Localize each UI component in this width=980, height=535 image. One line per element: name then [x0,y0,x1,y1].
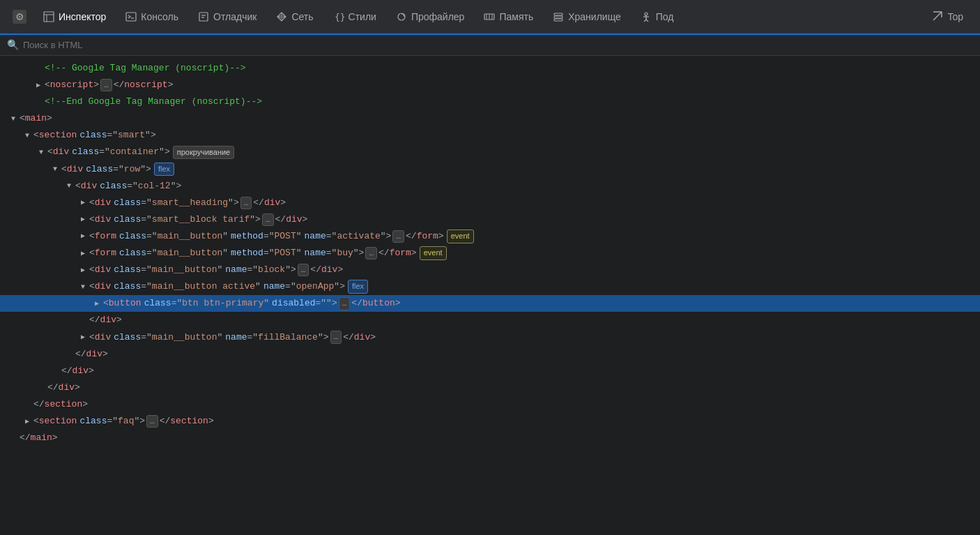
html-line: ▼ <div class="container" > прокручивание [0,144,980,160]
svg-rect-19 [554,19,562,21]
tab-inspector[interactable]: Инспектор [33,0,116,35]
tab-storage-label: Хранилище [568,11,621,22]
tab-accessibility-label: Под [656,11,674,22]
html-line: </section> [0,396,980,413]
badge-flex: flex [154,163,174,176]
badge-event: event [447,229,474,243]
tab-styles[interactable]: {} Стили [323,0,386,35]
svg-text:⚙: ⚙ [15,12,24,22]
html-line: ▶ <div class="smart__heading" > … </div> [0,195,980,211]
tab-console[interactable]: Консоль [116,0,188,35]
html-line: ▶ <div class="main__button" name="block"… [0,262,980,278]
tab-console-label: Консоль [141,11,178,22]
svg-line-24 [646,20,648,22]
tab-memory[interactable]: Память [474,0,543,35]
collapse-triangle[interactable]: ▶ [81,230,89,242]
collapse-triangle[interactable]: ▶ [81,264,89,276]
tab-storage[interactable]: Хранилище [543,0,631,35]
tab-debugger-label: Отладчик [213,11,257,22]
collapse-triangle[interactable]: ▼ [25,130,33,142]
collapse-triangle[interactable]: ▼ [67,180,75,192]
collapse-triangle[interactable]: ▼ [11,113,20,125]
tab-styles-label: Стили [349,11,376,22]
badge-flex-openapp: flex [348,280,368,294]
collapse-triangle[interactable]: ▶ [36,80,45,91]
devtools-logo: ⚙ [6,0,33,34]
collapse-triangle[interactable]: ▼ [53,163,61,175]
html-line: </main> [0,430,980,446]
html-line: ▼ <main> [0,110,980,127]
debugger-icon [198,11,209,22]
badge-event-buy: event [420,246,447,260]
svg-rect-17 [554,13,562,15]
collapse-triangle[interactable]: ▶ [81,331,89,343]
html-line: ▼ <div class="col-12" > [0,178,980,195]
storage-icon [553,11,564,22]
tab-inspector-label: Инспектор [59,11,106,22]
tab-debugger[interactable]: Отладчик [188,0,266,35]
toolbar-right: Top [921,0,974,34]
accessibility-icon [641,11,652,22]
collapse-triangle[interactable]: ▼ [39,146,47,158]
html-line: </div> [0,379,980,396]
tab-network-label: Сеть [291,11,313,22]
inspector-icon [43,11,54,22]
badge-scroll: прокручивание [173,146,235,160]
top-button-label: Top [947,11,963,22]
html-inspector-panel[interactable]: <!-- Google Tag Manager (noscript)--> ▶ … [0,56,980,532]
collapse-triangle[interactable]: ▶ [81,213,89,225]
tab-profiler[interactable]: Профайлер [386,0,475,35]
html-line: ▶ <noscript> … </noscript> [0,77,980,93]
html-line: <!--End Google Tag Manager (noscript)--> [0,93,980,110]
logo-icon: ⚙ [11,8,28,25]
tab-memory-label: Память [499,11,533,22]
collapse-triangle[interactable]: ▶ [95,298,103,310]
top-button-icon [932,10,943,24]
search-input[interactable] [23,40,232,50]
svg-rect-18 [554,16,562,18]
devtools-toolbar: ⚙ Инспектор Консоль [0,0,980,35]
tab-network[interactable]: Сеть [266,0,323,35]
html-line: ▶ <section class="faq" > … </section> [0,413,980,430]
html-line: <!-- Google Tag Manager (noscript)--> [0,60,980,77]
tab-profiler-label: Профайлер [411,11,465,22]
svg-point-20 [645,13,648,15]
html-line: ▼ <div class="main__button active" name=… [0,278,980,295]
html-line: ▶ <div class="smart__block tarif" > … </… [0,211,980,228]
html-line: ▼ <section class="smart" > [0,127,980,144]
collapse-triangle[interactable]: ▼ [81,281,89,293]
svg-rect-7 [199,13,208,21]
search-icon: 🔍 [7,39,19,51]
html-line: </div> [0,346,980,363]
html-line: ▶ <div class="main__button" name="fillBa… [0,329,980,346]
console-icon [125,11,137,22]
html-line: ▶ <form class="main__button" method="POS… [0,245,980,262]
top-button[interactable]: Top [921,0,974,34]
html-search-bar: 🔍 [0,35,980,56]
collapse-triangle[interactable]: ▶ [25,416,33,428]
collapse-triangle[interactable]: ▶ [81,197,89,209]
html-line: ▼ <div class="row" > flex [0,161,980,178]
memory-icon [484,11,495,22]
html-line: </div> [0,312,980,329]
html-line: </div> [0,363,980,379]
tab-accessibility[interactable]: Под [631,0,684,35]
styles-icon: {} [333,11,344,22]
collapse-triangle[interactable]: ▶ [81,248,89,259]
svg-line-25 [933,12,942,20]
html-line: ▶ <form class="main__button" method="POS… [0,228,980,245]
network-icon [276,11,287,22]
svg-rect-2 [44,12,54,22]
svg-line-23 [644,20,646,22]
html-line-selected[interactable]: ▶ <button class="btn btn-primary" disabl… [0,295,980,312]
svg-text:{}: {} [335,12,344,22]
profiler-icon [396,11,407,22]
